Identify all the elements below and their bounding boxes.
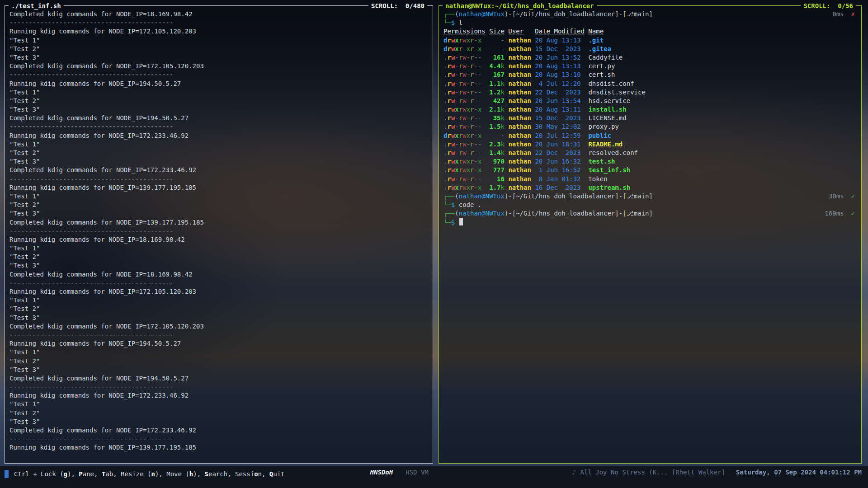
terminal-output-line: Completed kdig commands for NODE_IP=172.… <box>9 62 428 70</box>
file-row: .rw-rw-r-- 167 nathan 20 Aug 13:10 cert.… <box>443 70 857 79</box>
terminal-output-line: Completed kdig commands for NODE_IP=194.… <box>9 374 428 383</box>
terminal-output-line: "Test 2" <box>9 357 428 366</box>
terminal-output-line: Running kdig commands for NODE_IP=18.169… <box>9 235 428 244</box>
terminal-output-line: Completed kdig commands for NODE_IP=172.… <box>9 166 428 174</box>
terminal-output-line: ----------------------------------------… <box>9 279 428 287</box>
file-row: .rwxrwxr-x 2.1k nathan 20 Aug 13:11 inst… <box>443 105 857 114</box>
terminal-output-line: "Test 1" <box>9 192 428 201</box>
terminal-output-line: "Test 3" <box>9 261 428 270</box>
file-row: .rwxrwxr-x 1.7k nathan 16 Dec 2023 upstr… <box>443 183 857 192</box>
left-pane-output: Completed kdig commands for NODE_IP=18.1… <box>5 6 433 463</box>
terminal-output-line: "Test 1" <box>9 36 428 45</box>
now-playing: ♪All Joy No Stress (K... [Rhett Walker] <box>572 469 725 476</box>
terminal-output-line: "Test 1" <box>9 244 428 253</box>
terminal-output-line: "Test 1" <box>9 140 428 149</box>
keybinding-hints[interactable]: Ctrl + Lock (g), Pane, Tab, Resize (n), … <box>14 470 285 478</box>
terminal-output-line: "Test 2" <box>9 201 428 209</box>
terminal-output-line: Running kdig commands for NODE_IP=172.23… <box>9 131 428 140</box>
terminal-output-line: Running kdig commands for NODE_IP=172.10… <box>9 287 428 296</box>
prompt-line: ┌──(nathan@NWTux)-[~/Git/hns_doh_loadbal… <box>443 10 857 19</box>
terminal-output-line: "Test 3" <box>9 314 428 322</box>
terminal-output-line: Completed kdig commands for NODE_IP=18.1… <box>9 10 428 19</box>
file-row: .rw-rw-r-- 161 nathan 20 Jun 13:52 Caddy… <box>443 53 857 62</box>
terminal-output-line: ----------------------------------------… <box>9 227 428 235</box>
file-row: .rw-rw-r-- 16 nathan 8 Jan 01:32 token <box>443 175 857 183</box>
terminal-output-line: "Test 3" <box>9 418 428 426</box>
right-terminal-pane[interactable]: nathan@NWTux:~/Git/hns_doh_loadbalancer … <box>439 5 862 464</box>
terminal-output-line: Completed kdig commands for NODE_IP=194.… <box>9 114 428 122</box>
music-note-icon: ♪ <box>572 469 576 476</box>
terminal-output-line: "Test 2" <box>9 253 428 261</box>
terminal-output-line: ----------------------------------------… <box>9 435 428 443</box>
terminal-output-line: ----------------------------------------… <box>9 383 428 391</box>
file-row: drwxr-xr-x - nathan 15 Dec 2023 .gitea <box>443 45 857 53</box>
terminal-output-line: "Test 1" <box>9 296 428 305</box>
file-row: .rw-rw-r-- 4.4k nathan 20 Aug 13:13 cert… <box>443 62 857 70</box>
terminal-output-line: ----------------------------------------… <box>9 331 428 339</box>
terminal-output-line: "Test 2" <box>9 45 428 53</box>
command-duration: 30ms✓ <box>829 192 857 201</box>
terminal-output-line: Completed kdig commands for NODE_IP=172.… <box>9 322 428 331</box>
file-row: .rwxrwxr-x 777 nathan 1 Jun 16:52 test_i… <box>443 166 857 174</box>
terminal-output-line: ----------------------------------------… <box>9 122 428 131</box>
terminal-output-line: "Test 1" <box>9 88 428 97</box>
right-pane-output: ┌──(nathan@NWTux)-[~/Git/hns_doh_loadbal… <box>439 6 861 463</box>
terminal-output-line: Completed kdig commands for NODE_IP=139.… <box>9 218 428 227</box>
listing-header: Permissions Size User Date Modified Name <box>443 27 857 36</box>
terminal-output-line: "Test 1" <box>9 348 428 357</box>
terminal-output-line: ----------------------------------------… <box>9 175 428 183</box>
terminal-output-line: Running kdig commands for NODE_IP=194.50… <box>9 339 428 348</box>
terminal-output-line: ----------------------------------------… <box>9 19 428 27</box>
terminal-output-line: Completed kdig commands for NODE_IP=18.1… <box>9 270 428 279</box>
command-duration: 169ms✓ <box>825 209 857 218</box>
file-row: .rwxrwxr-x 970 nathan 20 Jun 16:32 test.… <box>443 157 857 166</box>
terminal-output-line: ----------------------------------------… <box>9 70 428 79</box>
terminal-output-line: Running kdig commands for NODE_IP=139.17… <box>9 183 428 192</box>
tab-hsd-vm[interactable]: HSD VM <box>406 469 429 476</box>
datetime-display: Saturday, 07 Sep 2024 04:01:12 PM <box>736 469 862 476</box>
file-row: .rw-rw-r-- 1.4k nathan 22 Dec 2023 resol… <box>443 149 857 157</box>
file-row: .rw-rw-r-- 1.1k nathan 4 Jul 12:20 dnsdi… <box>443 80 857 88</box>
terminal-screen: ./test_inf.sh SCROLL: 0/480 Completed kd… <box>0 0 868 488</box>
terminal-output-line: "Test 2" <box>9 305 428 313</box>
file-row: .rw-rw-r-- 1.2k nathan 22 Dec 2023 dnsdi… <box>443 88 857 97</box>
file-row: drwxrwxr-x - nathan 20 Jul 12:59 public <box>443 131 857 140</box>
terminal-output-line: "Test 3" <box>9 53 428 62</box>
terminal-output-line: Running kdig commands for NODE_IP=139.17… <box>9 443 428 452</box>
file-row: .rw-rw-r-- 2.3k nathan 20 Jun 18:31 READ… <box>443 140 857 149</box>
file-row: .rw-rw-r-- 35k nathan 15 Dec 2023 LICENS… <box>443 114 857 122</box>
terminal-output-line: "Test 3" <box>9 105 428 114</box>
terminal-output-line: Running kdig commands for NODE_IP=194.50… <box>9 80 428 88</box>
prompt-line: ┌──(nathan@NWTux)-[~/Git/hns_doh_loadbal… <box>443 209 857 218</box>
tab-bar: HNSDoH HSD VM <box>370 469 429 476</box>
command-duration: 0ms✗ <box>832 10 857 19</box>
left-terminal-pane[interactable]: ./test_inf.sh SCROLL: 0/480 Completed kd… <box>5 5 433 464</box>
terminal-output-line: "Test 2" <box>9 409 428 418</box>
cursor-block <box>459 218 463 225</box>
mode-indicator <box>5 470 9 478</box>
prompt-command-line: └─$ code . <box>443 201 857 209</box>
terminal-output-line: Running kdig commands for NODE_IP=172.23… <box>9 391 428 400</box>
terminal-output-line: "Test 3" <box>9 209 428 218</box>
terminal-output-line: "Test 3" <box>9 157 428 166</box>
terminal-output-line: Completed kdig commands for NODE_IP=172.… <box>9 426 428 435</box>
status-bar: Ctrl + Lock (g), Pane, Tab, Resize (n), … <box>0 466 868 488</box>
prompt-command-line: └─$ l <box>443 19 857 27</box>
prompt-line: ┌──(nathan@NWTux)-[~/Git/hns_doh_loadbal… <box>443 192 857 201</box>
status-row: Ctrl + Lock (g), Pane, Tab, Resize (n), … <box>0 466 868 479</box>
file-row: .rw-rw-r-- 1.5k nathan 30 May 12:02 prox… <box>443 122 857 131</box>
now-playing-text: All Joy No Stress (K... [Rhett Walker] <box>580 469 725 476</box>
terminal-output-line: "Test 2" <box>9 149 428 157</box>
right-status: ♪All Joy No Stress (K... [Rhett Walker] … <box>572 469 862 476</box>
terminal-output-line: "Test 1" <box>9 400 428 408</box>
file-row: .rw-rw-r-- 427 nathan 20 Jun 13:54 hsd.s… <box>443 97 857 105</box>
prompt-command-line: └─$ <box>443 218 857 227</box>
terminal-output-line: Running kdig commands for NODE_IP=172.10… <box>9 27 428 36</box>
file-row: drwxrwxr-x - nathan 20 Aug 13:13 .git <box>443 36 857 45</box>
terminal-output-line: "Test 3" <box>9 366 428 374</box>
tab-hnsdoh[interactable]: HNSDoH <box>370 469 393 476</box>
terminal-output-line: "Test 2" <box>9 97 428 105</box>
